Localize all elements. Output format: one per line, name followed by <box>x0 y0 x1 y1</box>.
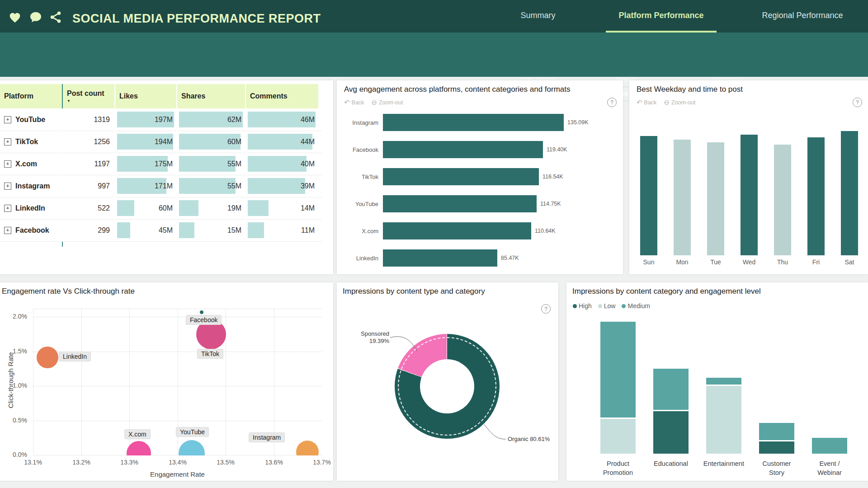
scatter-card: Engagement rate Vs Click-through rate Cl… <box>0 282 333 481</box>
segment-medium[interactable] <box>600 322 636 418</box>
expand-icon[interactable]: + <box>4 138 11 145</box>
platform-cell: +TikTok <box>0 131 62 153</box>
post-count-cell: 1197 <box>62 153 114 175</box>
column-header-platform[interactable]: Platform <box>0 84 62 108</box>
point-label-xcom: X.com <box>124 429 151 439</box>
expand-icon[interactable]: + <box>4 116 11 123</box>
bar-facebook[interactable] <box>383 141 543 158</box>
drill-zoomout-button[interactable]: ⊖Zoom-out <box>664 99 695 107</box>
slice-label-line: 19.39% <box>355 338 389 345</box>
table-row-linkedin[interactable]: +LinkedIn52260M19M14M <box>0 197 322 220</box>
column-header-shares[interactable]: Shares <box>176 84 245 108</box>
expand-icon[interactable]: + <box>4 205 11 212</box>
post-count-cell: 299 <box>62 219 114 241</box>
legend-item-medium[interactable]: Medium <box>622 302 650 310</box>
help-icon[interactable]: ? <box>607 98 617 107</box>
bar-instagram[interactable] <box>383 114 564 131</box>
hbar-row-tiktok: TikTok116.54K <box>337 168 623 185</box>
legend-item-low[interactable]: Low <box>598 302 616 310</box>
platform-cell: +Instagram <box>0 175 62 197</box>
column-header-likes[interactable]: Likes <box>114 84 176 108</box>
table-row-xcom[interactable]: +X.com1197175M55M40M <box>0 153 322 175</box>
tab-summary[interactable]: Summary <box>502 0 574 31</box>
bubble-facebook[interactable] <box>200 310 203 314</box>
gridline-vertical <box>81 309 82 455</box>
bar-tiktok[interactable] <box>383 168 539 185</box>
slice-label-organic: Organic 80.61% <box>508 436 550 443</box>
bar-xcom[interactable] <box>383 222 531 239</box>
category-label: LinkedIn <box>337 255 383 262</box>
column-header-label: Comments <box>250 92 318 100</box>
column-header-post-count[interactable]: Post count▼ <box>62 84 114 108</box>
weekday-bar-mon[interactable] <box>674 140 691 255</box>
weekday-bar-sat[interactable] <box>841 131 858 255</box>
chart-title: Engagement rate Vs Click-through rate <box>2 287 135 296</box>
segment-medium[interactable] <box>653 369 689 410</box>
help-icon[interactable]: ? <box>541 304 551 314</box>
help-icon[interactable]: ? <box>853 98 862 107</box>
expand-icon[interactable]: + <box>4 227 11 234</box>
slice-label-line: Sponsored <box>355 330 389 338</box>
table-row-instagram[interactable]: +Instagram997171M55M39M <box>0 175 322 197</box>
category-label: Facebook <box>337 146 383 153</box>
column-header-comments[interactable]: Comments <box>245 84 318 108</box>
point-label-tiktok: TikTok <box>197 349 223 359</box>
bubble-linkedin[interactable] <box>37 347 58 368</box>
tab-platform-performance[interactable]: Platform Performance <box>606 0 717 33</box>
donut-chart[interactable] <box>395 334 500 439</box>
category-label-line: Promotion <box>591 468 645 477</box>
comments-value: 46M <box>301 108 315 131</box>
bar-linkedin[interactable] <box>383 249 497 267</box>
segment-high[interactable] <box>759 441 794 454</box>
shares-cell: 62M <box>176 108 245 131</box>
weekday-bar-thu[interactable] <box>774 145 791 255</box>
legend-label: Medium <box>627 302 650 310</box>
slice-label-sponsored: Sponsored19.39% <box>355 330 389 345</box>
drill-controls: ↶Back ⊖Zoom-out <box>344 99 407 107</box>
drill-back-button[interactable]: ↶Back <box>344 99 364 107</box>
drill-zoomout-button[interactable]: ⊖Zoom-out <box>371 99 403 107</box>
weekday-bar-fri[interactable] <box>807 137 825 255</box>
bar-youtube[interactable] <box>383 195 537 212</box>
category-label-line: Customer <box>750 459 803 468</box>
segment-medium[interactable] <box>812 438 847 454</box>
hbar-row-instagram: Instagram135.09K <box>337 114 623 131</box>
platform-name: YouTube <box>15 116 45 124</box>
post-count-cell: 1256 <box>62 131 114 153</box>
table-row-facebook[interactable]: +Facebook29945M15M11M <box>0 219 322 242</box>
drill-zoomout-label: Zoom-out <box>671 99 696 106</box>
likes-cell: 175M <box>114 153 176 175</box>
tab-regional-performance[interactable]: Regional Performance <box>741 0 863 31</box>
stack-category-label: Entertainment <box>697 459 750 468</box>
segment-low[interactable] <box>600 419 636 454</box>
dashboard-root: SOCIAL MEDIA PERFORMANCE REPORT SummaryP… <box>0 0 868 488</box>
shares-value: 62M <box>227 108 241 131</box>
likes-cell: 171M <box>114 175 176 197</box>
legend-item-high[interactable]: High <box>573 302 592 310</box>
segment-high[interactable] <box>653 411 689 454</box>
table-row-tiktok[interactable]: +TikTok1256194M60M44M <box>0 131 322 153</box>
weekday-bar-sun[interactable] <box>640 136 657 255</box>
bubble-youtube[interactable] <box>179 440 205 455</box>
expand-icon[interactable]: + <box>4 183 11 190</box>
weekday-bar-tue[interactable] <box>707 142 724 255</box>
comments-cell: 14M <box>245 197 318 219</box>
expand-icon[interactable]: + <box>4 160 11 168</box>
stack-category-label: Educational <box>644 459 698 468</box>
segment-medium[interactable] <box>759 423 794 440</box>
table-row-youtube[interactable]: +YouTube1319197M62M46M <box>0 108 322 131</box>
stack-product-promotion <box>600 322 636 454</box>
bubble-instagram[interactable] <box>296 441 319 455</box>
bubble-xcom[interactable] <box>127 441 151 455</box>
hbar-row-youtube: YouTube114.75K <box>337 195 623 212</box>
point-label-instagram: Instagram <box>249 432 285 442</box>
segment-medium[interactable] <box>706 378 741 385</box>
weekday-label: Wed <box>732 258 766 266</box>
weekday-bar-wed[interactable] <box>741 135 758 255</box>
comments-databar <box>248 178 305 194</box>
drill-back-button[interactable]: ↶Back <box>637 99 656 107</box>
platform-cell: +Facebook <box>0 219 62 241</box>
bar-value-label: 110.64K <box>535 228 556 234</box>
segment-low[interactable] <box>706 386 741 454</box>
x-tick-label: 13.3% <box>113 459 145 466</box>
